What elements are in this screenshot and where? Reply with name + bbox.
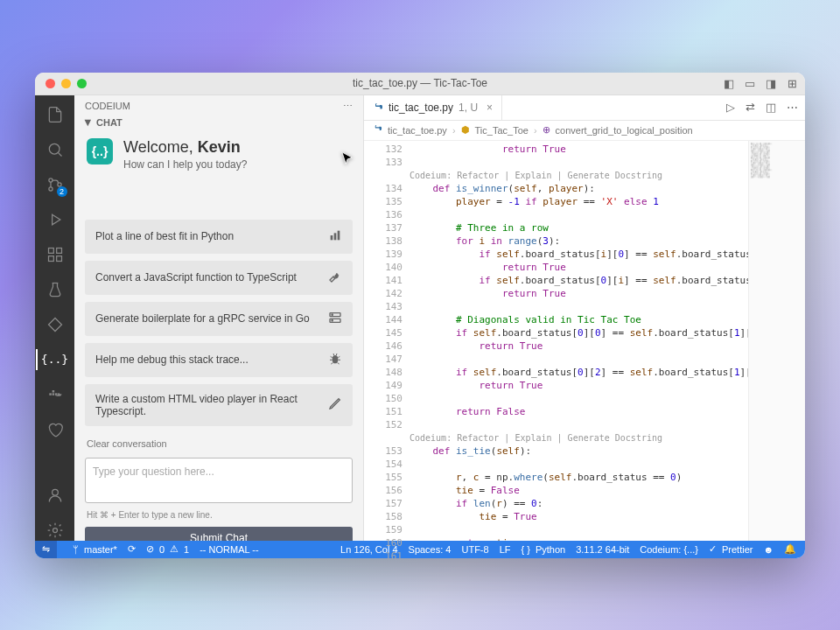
- account-icon[interactable]: [45, 485, 66, 506]
- codeium-icon[interactable]: {..}: [45, 349, 66, 370]
- activity-bar: 2 {..}: [35, 95, 74, 541]
- suggestion-item[interactable]: Write a custom HTML video player in Reac…: [85, 384, 353, 426]
- svg-rect-4: [48, 248, 53, 253]
- eol[interactable]: LF: [500, 544, 511, 555]
- panel-bottom-icon[interactable]: ▭: [744, 77, 756, 89]
- remote-indicator-icon[interactable]: ⇋: [35, 541, 57, 558]
- minimap[interactable]: █▓▒░ ▓▒░█ ░▒▓█ ▓█▒░░▒▓ █▓▒ ░█▒▓ ▓▒░█░▒▓ …: [748, 141, 805, 541]
- suggestion-item[interactable]: Convert a JavaScript function to TypeScr…: [85, 261, 353, 295]
- code-area[interactable]: 132 133 134 135 136 137 138 139 140 141 …: [364, 141, 805, 541]
- welcome-subtitle: How can I help you today?: [123, 158, 247, 171]
- split-editor-icon[interactable]: ◫: [766, 101, 776, 114]
- input-hint: Hit ⌘ + Enter to type a new line.: [74, 507, 363, 523]
- tag-icon[interactable]: [45, 314, 66, 335]
- svg-rect-14: [331, 235, 333, 240]
- code-content[interactable]: return True Codeium: Refactor | Explain …: [410, 141, 748, 541]
- git-branch[interactable]: ᛘ master*: [73, 544, 117, 555]
- suggestions-list: Plot a line of best fit in PythonConvert…: [74, 213, 363, 433]
- breadcrumb[interactable]: tic_tac_toe.py› ⬢Tic_Tac_Toe› ⊕convert_g…: [364, 121, 805, 141]
- chat-section-header[interactable]: ▶ CHAT: [74, 114, 363, 131]
- bug-icon: [328, 352, 342, 368]
- python-interpreter[interactable]: 3.11.2 64-bit: [576, 544, 629, 555]
- suggestion-item[interactable]: Generate boilerplate for a gRPC service …: [85, 302, 353, 336]
- search-icon[interactable]: [45, 139, 66, 160]
- svg-point-21: [332, 355, 339, 363]
- svg-point-3: [57, 182, 60, 186]
- feedback-icon[interactable]: ☻: [763, 544, 774, 555]
- indentation[interactable]: Spaces: 4: [409, 544, 452, 555]
- panel-title: CODEIUM: [85, 101, 130, 111]
- svg-point-13: [52, 528, 57, 532]
- chevron-down-icon: ▶: [84, 119, 93, 125]
- encoding[interactable]: UTF-8: [461, 544, 488, 555]
- status-bar: ⇋ ᛘ master* ⟳ ⊘ 0 ⚠ 1 -- NORMAL -- Ln 12…: [35, 541, 805, 558]
- run-file-icon[interactable]: ▷: [726, 101, 735, 114]
- svg-rect-10: [55, 393, 58, 396]
- extensions-icon[interactable]: [45, 244, 66, 265]
- svg-rect-16: [338, 230, 340, 240]
- svg-point-22: [376, 103, 377, 104]
- window-title: tic_tac_toe.py — Tic-Tac-Toe: [35, 77, 805, 89]
- python-file-icon: [373, 102, 383, 113]
- run-debug-icon[interactable]: [45, 209, 66, 230]
- svg-rect-8: [49, 393, 52, 396]
- file-tab[interactable]: tic_tac_toe.py 1, U ×: [364, 95, 502, 120]
- close-tab-icon[interactable]: ×: [486, 102, 493, 114]
- heart-icon[interactable]: [45, 419, 66, 440]
- panel-right-icon[interactable]: ◨: [765, 77, 777, 89]
- side-panel: CODEIUM ⋯ ▶ CHAT {..} Welcome, Kevin How…: [74, 95, 364, 541]
- svg-rect-11: [52, 390, 54, 393]
- welcome-block: {..} Welcome, Kevin How can I help you t…: [74, 131, 363, 178]
- sync-icon[interactable]: ⟳: [128, 543, 136, 555]
- testing-icon[interactable]: [45, 279, 66, 300]
- titlebar: tic_tac_toe.py — Tic-Tac-Toe ◧ ▭ ◨ ⊞: [35, 73, 805, 95]
- svg-point-19: [332, 314, 332, 315]
- layout-controls: ◧ ▭ ◨ ⊞: [723, 77, 798, 89]
- vim-mode: -- NORMAL --: [200, 544, 258, 555]
- explorer-icon[interactable]: [45, 104, 66, 125]
- tabs-bar: tic_tac_toe.py 1, U × ▷ ⇄ ◫ ⋯: [364, 95, 805, 121]
- chat-input[interactable]: Type your question here...: [85, 458, 353, 503]
- codeium-logo-icon: {..}: [87, 138, 113, 164]
- svg-rect-15: [334, 233, 337, 240]
- suggestion-item[interactable]: Plot a line of best fit in Python: [85, 220, 353, 254]
- python-file-icon: [373, 124, 382, 136]
- window: tic_tac_toe.py — Tic-Tac-Toe ◧ ▭ ◨ ⊞ 2 {…: [35, 73, 805, 558]
- docker-icon[interactable]: [45, 384, 66, 405]
- svg-point-12: [52, 489, 58, 495]
- svg-point-0: [49, 144, 60, 154]
- svg-rect-6: [48, 256, 53, 261]
- line-gutter: 132 133 134 135 136 137 138 139 140 141 …: [364, 141, 410, 541]
- codeium-status[interactable]: Codeium: {...}: [640, 544, 698, 555]
- chart-bar-icon: [328, 228, 342, 245]
- svg-point-2: [48, 186, 52, 190]
- tab-dirty-indicator: 1, U: [458, 102, 478, 114]
- clear-conversation-link[interactable]: Clear conversation: [74, 433, 363, 454]
- language-mode[interactable]: { } Python: [521, 544, 565, 555]
- problems[interactable]: ⊘ 0 ⚠ 1: [146, 543, 189, 555]
- tab-more-icon[interactable]: ⋯: [787, 101, 798, 114]
- settings-gear-icon[interactable]: [45, 520, 66, 541]
- panel-left-icon[interactable]: ◧: [723, 77, 735, 89]
- wrench-icon: [328, 270, 342, 286]
- svg-rect-7: [56, 256, 61, 261]
- prettier-status[interactable]: ✓ Prettier: [709, 543, 752, 555]
- pencil-icon: [328, 396, 342, 413]
- split-compare-icon[interactable]: ⇄: [746, 101, 755, 114]
- svg-point-1: [48, 178, 52, 181]
- svg-rect-5: [56, 248, 61, 253]
- scm-badge: 2: [57, 186, 67, 197]
- more-icon[interactable]: ⋯: [343, 101, 353, 112]
- server-icon: [328, 311, 342, 327]
- svg-point-20: [332, 319, 332, 320]
- svg-rect-9: [52, 393, 54, 396]
- bell-icon[interactable]: 🔔: [784, 543, 796, 555]
- customize-layout-icon[interactable]: ⊞: [786, 77, 798, 89]
- editor-group: tic_tac_toe.py 1, U × ▷ ⇄ ◫ ⋯ tic_tac_to…: [364, 95, 805, 541]
- tab-filename: tic_tac_toe.py: [388, 102, 453, 114]
- welcome-title: Welcome, Kevin: [123, 138, 247, 157]
- source-control-icon[interactable]: 2: [45, 174, 66, 195]
- suggestion-item[interactable]: Help me debug this stack trace...: [85, 343, 353, 377]
